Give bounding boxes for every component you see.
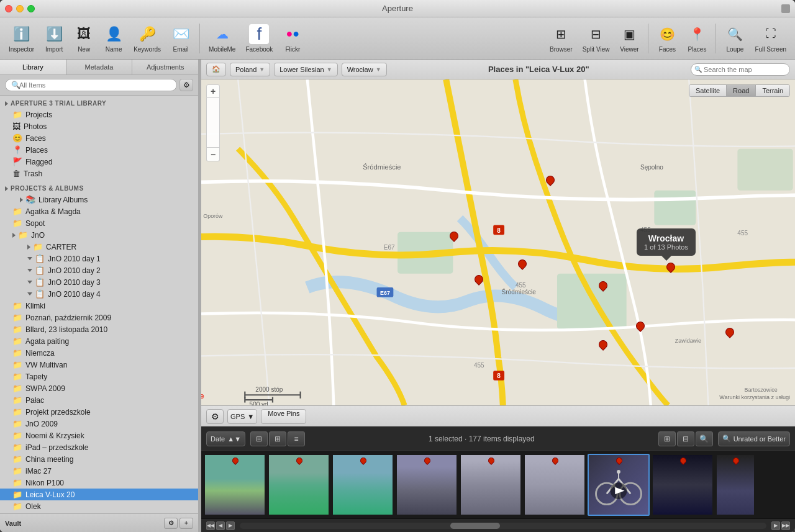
sidebar-item-jno-day4[interactable]: 📋 JnO 2010 day 4	[0, 288, 198, 300]
keywords-button[interactable]: 🔑 Keywords	[130, 22, 165, 55]
map-pin-3[interactable]	[475, 275, 482, 285]
sidebar-item-ipad[interactable]: 📁 iPad – przedszkole	[0, 441, 198, 453]
sidebar-item-flagged[interactable]: 🚩 Flagged	[0, 156, 198, 168]
minimize-button[interactable]	[16, 5, 24, 12]
sidebar-item-bllard[interactable]: 📁 Bllard, 23 listopada 2010	[0, 323, 198, 335]
scroll-right-button[interactable]: ▶	[771, 521, 780, 530]
carter-triangle[interactable]	[27, 245, 30, 250]
map-pin-5[interactable]	[599, 281, 606, 291]
sidebar-item-noemi[interactable]: 📁 Noemi & Krzysiek	[0, 430, 198, 441]
map-pin-6[interactable]	[636, 322, 643, 331]
close-button[interactable]	[5, 5, 12, 12]
jno-day2-triangle[interactable]	[27, 269, 32, 272]
rating-select[interactable]: 🔍 Unrated or Better	[718, 431, 790, 446]
sidebar-item-photos[interactable]: 🖼 Photos	[0, 120, 198, 132]
zoom-out-button[interactable]: −	[206, 148, 220, 161]
sidebar-item-places[interactable]: 📍 Places	[0, 144, 198, 156]
terrain-button[interactable]: Terrain	[756, 85, 789, 96]
scroll-prev-button[interactable]: ◀	[216, 521, 225, 530]
map-pin-2[interactable]	[450, 232, 457, 241]
loupe-button[interactable]: 🔍 Loupe	[721, 22, 748, 55]
satellite-button[interactable]: Satellite	[689, 85, 727, 96]
sidebar-item-vw-multivan[interactable]: 📁 VW Multivan	[0, 359, 198, 371]
sidebar-item-niemcza[interactable]: 📁 Niemcza	[0, 347, 198, 359]
tab-adjustments[interactable]: Adjustments	[132, 60, 198, 74]
splitview-button[interactable]: ⊟ Split View	[579, 22, 614, 55]
map-pin-active[interactable]	[666, 263, 674, 273]
scroll-last-button[interactable]: ▶▶	[781, 521, 790, 530]
road-button[interactable]: Road	[727, 85, 756, 96]
thumbnail-2[interactable]	[268, 454, 330, 516]
sidebar-item-klimki[interactable]: 📁 Klimki	[0, 300, 198, 312]
name-button[interactable]: 👤 Name	[100, 22, 127, 55]
jno-triangle[interactable]	[12, 233, 16, 238]
import-button[interactable]: ⬇️ Import	[40, 22, 68, 55]
vault-settings-button[interactable]: ⚙	[164, 518, 178, 529]
jno-day3-triangle[interactable]	[27, 281, 32, 284]
email-button[interactable]: ✉️ Email	[167, 22, 194, 55]
vault-add-button[interactable]: +	[179, 518, 193, 529]
region-breadcrumb-button[interactable]: Lower Silesian ▼	[274, 63, 337, 76]
filmstrip-scrollbar-thumb[interactable]	[450, 523, 500, 529]
sidebar-item-jno2009[interactable]: 📁 JnO 2009	[0, 418, 198, 430]
filmstrip-strip-button[interactable]: ⊟	[677, 431, 694, 446]
thumbnail-9[interactable]	[716, 454, 755, 516]
filmstrip-zoom-button[interactable]: 🔍	[696, 431, 713, 446]
move-pins-button[interactable]: Move Pins	[261, 409, 306, 424]
map-settings-button[interactable]: ⚙	[206, 409, 224, 424]
scroll-first-button[interactable]: ◀◀	[206, 521, 215, 530]
tab-metadata[interactable]: Metadata	[66, 60, 133, 74]
tab-library[interactable]: Library	[0, 60, 66, 74]
faces-button[interactable]: 😊 Faces	[653, 22, 681, 55]
sidebar-item-imac27[interactable]: 📁 iMac 27	[0, 465, 198, 477]
facebook-button[interactable]: f Facebook	[242, 22, 276, 55]
map-pin-1[interactable]	[546, 176, 553, 186]
map-search-input[interactable]	[691, 63, 790, 76]
mobileme-button[interactable]: ☁ MobileMe	[205, 22, 239, 55]
sidebar-item-tapety[interactable]: 📁 Tapety	[0, 371, 198, 382]
sidebar-item-carter[interactable]: 📁 CARTER	[0, 241, 198, 253]
new-button[interactable]: 🖼 New	[70, 22, 98, 55]
sidebar-item-trash[interactable]: 🗑 Trash	[0, 168, 198, 179]
map-pin-7[interactable]	[725, 328, 733, 338]
sidebar-item-jno-day2[interactable]: 📋 JnO 2010 day 2	[0, 264, 198, 276]
sidebar-item-projekt[interactable]: 📁 Projekt przedszkole	[0, 406, 198, 418]
sidebar-item-jno-day3[interactable]: 📋 JnO 2010 day 3	[0, 276, 198, 288]
inspector-button[interactable]: ℹ️ Inspector	[5, 22, 38, 55]
view-grid-button[interactable]: ⊞	[269, 431, 286, 446]
library-triangle[interactable]	[5, 101, 8, 106]
expand-button[interactable]	[781, 4, 790, 13]
sidebar-item-nikon[interactable]: 📁 Nikon P100	[0, 477, 198, 489]
thumbnail-4[interactable]	[396, 454, 458, 516]
sidebar-item-china[interactable]: 📁 China meeting	[0, 453, 198, 465]
view-list-button[interactable]: ≡	[288, 431, 305, 446]
zoom-slider[interactable]	[206, 98, 220, 148]
sidebar-item-library-albums[interactable]: 📚 Library Albums	[0, 194, 198, 205]
sidebar-item-jno-day1[interactable]: 📋 JnO 2010 day 1	[0, 253, 198, 264]
city-breadcrumb-button[interactable]: Wrocław ▼	[342, 63, 387, 76]
search-input[interactable]	[5, 79, 177, 91]
filmstrip-grid-button[interactable]: ⊞	[658, 431, 676, 446]
projects-triangle[interactable]	[5, 186, 8, 191]
sidebar-item-olek[interactable]: 📁 Olek	[0, 500, 198, 512]
home-breadcrumb-button[interactable]: 🏠	[206, 63, 226, 76]
view-single-button[interactable]: ⊟	[250, 431, 268, 446]
gps-select[interactable]: GPS ▼	[227, 409, 257, 424]
sidebar-item-poznan[interactable]: 📁 Poznań, październik 2009	[0, 312, 198, 323]
browser-button[interactable]: ⊞ Browser	[546, 22, 576, 55]
sidebar-item-leica[interactable]: 📁 Leica V-Lux 20	[0, 489, 198, 500]
fullscreen-button[interactable]: ⛶ Full Screen	[751, 22, 790, 55]
sidebar-item-agatka-magda[interactable]: 📁 Agatka & Magda	[0, 205, 198, 217]
scroll-next-button[interactable]: ▶	[226, 521, 235, 530]
sidebar-item-faces[interactable]: 😊 Faces	[0, 132, 198, 144]
zoom-in-button[interactable]: +	[206, 84, 220, 98]
map-pin-4[interactable]	[518, 259, 525, 269]
date-sort-select[interactable]: Date ▲▼	[206, 431, 245, 446]
sidebar-item-sopot[interactable]: 📁 Sopot	[0, 217, 198, 229]
thumbnail-1[interactable]	[204, 454, 266, 516]
sidebar-item-projects[interactable]: 📁 Projects	[0, 109, 198, 120]
map-pin-8[interactable]	[599, 340, 606, 350]
thumbnail-5[interactable]	[460, 454, 522, 516]
sidebar-item-jno[interactable]: 📁 JnO	[0, 229, 198, 241]
search-gear-button[interactable]: ⚙	[179, 79, 193, 91]
